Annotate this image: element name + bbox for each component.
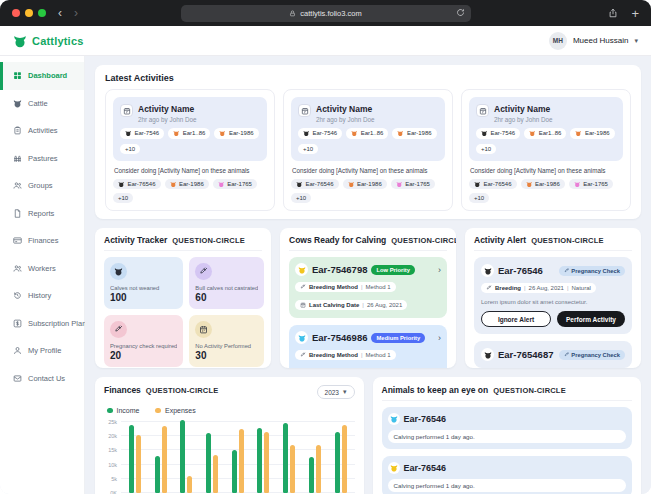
year-dropdown[interactable]: 2023▾: [317, 385, 355, 399]
cow-icon: [125, 130, 132, 137]
brand-logo[interactable]: Cattlytics: [13, 34, 84, 48]
chevron-right-icon[interactable]: ›: [438, 265, 441, 275]
bar-income: [180, 420, 185, 493]
stat-value: 20: [110, 350, 177, 361]
ear-tag-chip[interactable]: Ear-1765: [569, 179, 613, 190]
ear-tag-chip[interactable]: Ear-7546: [298, 128, 342, 139]
breeding-method-pill: Breeding Method|Method 1: [295, 350, 396, 360]
y-axis-tick: 20k: [108, 433, 117, 439]
help-icon[interactable]: QUESTION-CIRCLE: [493, 386, 566, 395]
sidebar-item-label: Workers: [28, 264, 56, 273]
sidebar-item-finances[interactable]: Finances: [0, 227, 84, 255]
ear-tag-chip[interactable]: Ear-76546: [291, 179, 339, 190]
activity-panel: Activity Name 2hr ago by John Doe Ear-75…: [113, 97, 267, 161]
chevron-right-icon[interactable]: ›: [438, 333, 441, 343]
cow-icon: [481, 348, 494, 361]
ignore-alert-button[interactable]: Ignore Alert: [481, 311, 551, 327]
help-icon[interactable]: QUESTION-CIRCLE: [172, 236, 245, 245]
calving-list-item[interactable]: Ear-7546986 Medium Priority › Breeding M…: [289, 325, 447, 368]
bar-pair: [180, 419, 192, 493]
watch-list-item[interactable]: Ear-76546 Calving performed 1 day ago.: [382, 407, 633, 449]
reload-icon[interactable]: [456, 8, 465, 17]
syringe-icon: [564, 352, 570, 358]
ear-tag-chip[interactable]: Ear1..86: [524, 128, 566, 139]
address-bar[interactable]: cattlytis.folio3.com: [181, 5, 471, 22]
help-icon[interactable]: QUESTION-CIRCLE: [146, 386, 219, 395]
pregnancy-check-badge: Pregnancy Check: [559, 266, 625, 276]
ear-tag-chip[interactable]: Ear-1986: [214, 128, 258, 139]
ear-tag: Ear-7654687: [498, 349, 553, 360]
ear-tag: Ear-7546798: [312, 264, 367, 275]
ear-tag-chip[interactable]: Ear-1986: [343, 179, 387, 190]
sidebar-item-activities[interactable]: Activities: [0, 117, 84, 145]
calving-list-item[interactable]: Ear-7546798 Low Priority › Breeding Meth…: [289, 257, 447, 318]
sidebar-item-groups[interactable]: Groups: [0, 172, 84, 200]
ear-tag-chip[interactable]: Ear1..86: [168, 128, 210, 139]
watch-list-item[interactable]: Ear-76546 Calving performed 1 day ago.: [382, 456, 633, 494]
ear-tag-chip[interactable]: Ear-1765: [213, 179, 257, 190]
ear-tag-chip[interactable]: Ear-1986: [570, 128, 614, 139]
back-button[interactable]: ‹: [58, 7, 62, 19]
bar-pair: [129, 419, 141, 493]
minimize-window-button[interactable]: [25, 9, 33, 17]
sidebar-item-pastures[interactable]: Pastures: [0, 145, 84, 173]
bar-expenses: [187, 476, 192, 493]
cow-icon: [575, 130, 582, 137]
ear-tag-chip[interactable]: Ear-1986: [392, 128, 436, 139]
share-icon[interactable]: [608, 8, 618, 18]
activity-icon: [476, 104, 489, 117]
ear-tag-chip[interactable]: Ear-1986: [521, 179, 565, 190]
alert-detail-pill: Breeding|26 Aug, 2021|Natural: [481, 283, 596, 293]
activity-card[interactable]: Activity Name 2hr ago by John Doe Ear-75…: [461, 89, 631, 211]
more-tags-chip[interactable]: +10: [291, 193, 311, 203]
sidebar-item-history[interactable]: History: [0, 282, 84, 310]
ear-tag-chip[interactable]: Ear1..86: [346, 128, 388, 139]
help-icon[interactable]: QUESTION-CIRCLE: [391, 236, 456, 245]
activity-card[interactable]: Activity Name 2hr ago by John Doe Ear-75…: [105, 89, 275, 211]
y-axis-tick: 10k: [108, 462, 117, 468]
ear-tag: Ear-76546: [404, 463, 447, 473]
bar-expenses: [316, 445, 321, 493]
sidebar-item-dashboard[interactable]: Dashboard: [0, 62, 84, 90]
ear-tag-chip[interactable]: Ear-7546: [120, 128, 164, 139]
more-tags-chip[interactable]: +10: [298, 144, 318, 154]
activity-meta: 2hr ago by John Doe: [138, 116, 196, 123]
sidebar-item-subscription-plan[interactable]: Subscription Plan: [0, 310, 84, 338]
address-bar-url: cattlytis.folio3.com: [300, 9, 361, 18]
help-icon[interactable]: QUESTION-CIRCLE: [531, 236, 604, 245]
activity-card[interactable]: Activity Name 2hr ago by John Doe Ear-75…: [283, 89, 453, 211]
stat-label: Calves not weaned: [110, 285, 177, 291]
sidebar-item-cattle[interactable]: Cattle: [0, 90, 84, 118]
syringe-icon: [564, 268, 570, 274]
section-title: Activity Tracker: [104, 235, 167, 245]
ear-tag-chip[interactable]: Ear-1986: [165, 179, 209, 190]
more-tags-chip[interactable]: +10: [113, 193, 133, 203]
sidebar-item-contact-us[interactable]: Contact Us: [0, 365, 84, 393]
chevron-down-icon: ▾: [634, 37, 638, 45]
brand-name: Cattlytics: [32, 35, 84, 47]
close-window-button[interactable]: [12, 9, 20, 17]
forward-button[interactable]: ›: [74, 7, 78, 19]
ear-tag-chip[interactable]: Ear-1765: [391, 179, 435, 190]
cow-icon: [396, 181, 403, 188]
maximize-window-button[interactable]: [38, 9, 46, 17]
more-tags-chip[interactable]: +10: [476, 144, 496, 154]
more-tags-chip[interactable]: +10: [120, 144, 140, 154]
bar-expenses: [136, 435, 141, 493]
cow-icon: [348, 181, 355, 188]
activity-tracker-section: Activity Tracker QUESTION-CIRCLE Calves …: [95, 228, 271, 368]
activity-panel: Activity Name 2hr ago by John Doe Ear-75…: [469, 97, 623, 161]
new-tab-button[interactable]: +: [631, 7, 639, 20]
sidebar-item-my-profile[interactable]: My Profile: [0, 337, 84, 365]
ear-tag-chip[interactable]: Ear-76546: [469, 179, 517, 190]
more-tags-chip[interactable]: +10: [469, 193, 489, 203]
finances-chart-plot: [121, 419, 355, 493]
ear-tag-chip[interactable]: Ear-7546: [476, 128, 520, 139]
user-menu[interactable]: MH Mueed Hussain ▾: [549, 32, 638, 50]
sidebar-item-workers[interactable]: Workers: [0, 255, 84, 283]
section-title: Activity Alert: [474, 235, 526, 245]
perform-activity-button[interactable]: Perform Activity: [557, 311, 625, 327]
section-title: Finances: [104, 385, 141, 395]
ear-tag-chip[interactable]: Ear-76546: [113, 179, 161, 190]
sidebar-item-reports[interactable]: Reports: [0, 200, 84, 228]
